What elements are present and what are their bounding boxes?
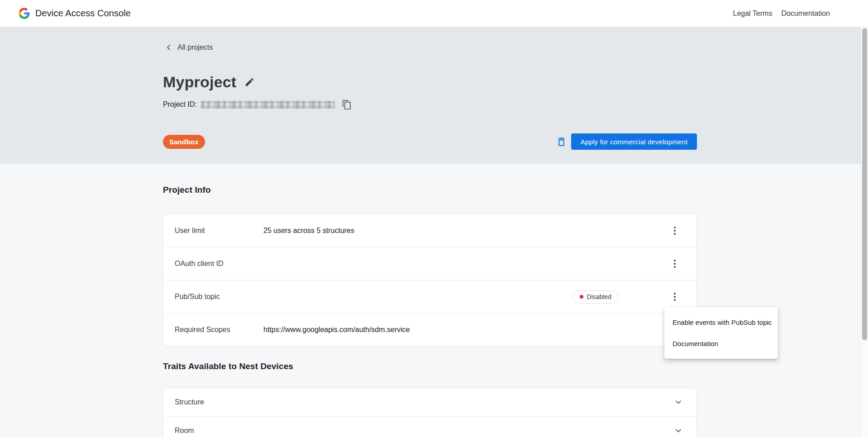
- kebab-menu-icon[interactable]: [669, 290, 680, 304]
- delete-project-button[interactable]: [555, 136, 567, 147]
- trait-row-room[interactable]: Room: [163, 416, 696, 437]
- topbar-links: Legal Terms Documentation: [733, 10, 830, 18]
- project-info-heading: Project Info: [163, 164, 697, 195]
- trait-row-structure[interactable]: Structure: [163, 388, 696, 416]
- scrollbar-thumb[interactable]: [862, 28, 867, 340]
- pencil-icon: [244, 77, 255, 87]
- page-title: Myproject: [163, 73, 236, 91]
- pubsub-context-menu: Enable events with PubSub topic Document…: [664, 307, 778, 359]
- app-title: Device Access Console: [35, 8, 131, 19]
- project-hero: All projects Myproject Project ID:: [0, 27, 868, 164]
- chevron-down-icon: [674, 398, 683, 407]
- top-app-bar: Device Access Console Legal Terms Docume…: [0, 0, 868, 27]
- vertical-scrollbar[interactable]: [861, 27, 868, 437]
- edit-project-name-button[interactable]: [243, 76, 255, 88]
- traits-heading: Traits Available to Nest Devices: [163, 361, 697, 371]
- table-row-pubsub-topic: Pub/Sub topic Disabled: [163, 280, 696, 313]
- google-g-icon: [18, 7, 30, 19]
- status-dot-icon: [580, 295, 583, 299]
- row-value: https://www.googleapis.com/auth/sdm.serv…: [263, 326, 669, 334]
- menu-item-documentation[interactable]: Documentation: [664, 333, 778, 354]
- trait-label: Room: [175, 427, 674, 435]
- trash-icon: [556, 136, 567, 147]
- device-access-console-page: Device Access Console Legal Terms Docume…: [0, 0, 868, 437]
- project-id-label: Project ID:: [163, 100, 197, 109]
- row-label: OAuth client ID: [175, 260, 263, 268]
- project-id-redacted-value: [201, 101, 335, 109]
- status-badge-disabled: Disabled: [572, 290, 619, 304]
- breadcrumb-label: All projects: [177, 43, 213, 52]
- row-label: Pub/Sub topic: [175, 293, 263, 301]
- project-info-card: User limit 25 users across 5 structures …: [163, 214, 697, 347]
- kebab-menu-icon[interactable]: [669, 224, 680, 238]
- documentation-link[interactable]: Documentation: [781, 10, 830, 18]
- chevron-left-icon: [165, 43, 173, 52]
- breadcrumb-all-projects[interactable]: All projects: [163, 27, 240, 52]
- kebab-menu-icon[interactable]: [669, 257, 680, 271]
- chevron-down-icon: [674, 426, 683, 435]
- project-id-row: Project ID:: [163, 100, 697, 109]
- project-actions-row: Sandbox Apply for commercial development: [163, 133, 697, 150]
- sandbox-status-badge: Sandbox: [163, 135, 205, 149]
- row-label: User limit: [175, 227, 263, 235]
- page-body: Project Info User limit 25 users across …: [0, 164, 868, 437]
- trait-label: Structure: [175, 398, 674, 406]
- project-title-row: Myproject: [163, 73, 697, 91]
- legal-terms-link[interactable]: Legal Terms: [733, 10, 773, 18]
- table-row-oauth-client-id: OAuth client ID: [163, 247, 696, 280]
- apply-commercial-development-button[interactable]: Apply for commercial development: [571, 133, 697, 150]
- copy-project-id-button[interactable]: [342, 99, 353, 110]
- copy-icon: [342, 100, 352, 110]
- table-row-user-limit: User limit 25 users across 5 structures: [163, 214, 696, 247]
- status-badge-label: Disabled: [587, 293, 611, 300]
- row-value: 25 users across 5 structures: [263, 227, 669, 235]
- table-row-required-scopes: Required Scopes https://www.googleapis.c…: [163, 313, 696, 346]
- menu-item-enable-events[interactable]: Enable events with PubSub topic: [664, 312, 778, 333]
- traits-card: Structure Room: [163, 388, 697, 437]
- row-label: Required Scopes: [175, 326, 263, 334]
